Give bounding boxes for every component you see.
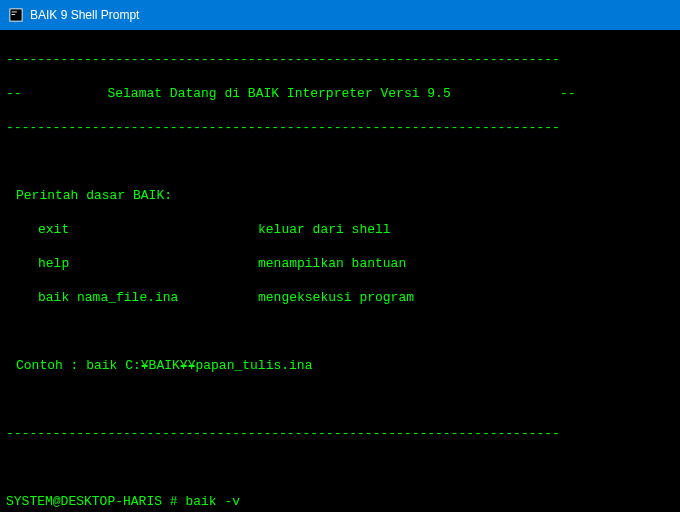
prompt-line-1: SYSTEM@DESKTOP-HARIS # baik -v [6, 493, 674, 510]
blank-line [6, 459, 674, 476]
help-cmd: help [38, 255, 258, 272]
help-cmd-row: exitkeluar dari shell [6, 221, 674, 238]
divider-mid1: ----------------------------------------… [6, 119, 674, 136]
blank-line [6, 391, 674, 408]
help-header: Perintah dasar BAIK: [6, 187, 674, 204]
help-example: Contoh : baik C:¥BAIK¥¥papan_tulis.ina [6, 357, 674, 374]
help-cmd: baik nama_file.ina [38, 289, 258, 306]
terminal-area[interactable]: ----------------------------------------… [0, 30, 680, 512]
window-titlebar[interactable]: BAIK 9 Shell Prompt [0, 0, 680, 30]
blank-line [6, 153, 674, 170]
welcome-suffix: -- [560, 86, 576, 101]
help-cmd-desc: mengeksekusi program [258, 289, 414, 306]
app-icon [8, 7, 24, 23]
svg-rect-1 [12, 12, 17, 13]
welcome-prefix: -- [6, 86, 22, 101]
welcome-text: Selamat Datang di BAIK Interpreter Versi… [107, 86, 450, 101]
help-cmd-row: helpmenampilkan bantuan [6, 255, 674, 272]
help-cmd-desc: menampilkan bantuan [258, 255, 406, 272]
svg-rect-2 [12, 14, 16, 15]
help-cmd-desc: keluar dari shell [258, 221, 391, 238]
window-title: BAIK 9 Shell Prompt [30, 8, 139, 22]
divider-mid2: ----------------------------------------… [6, 425, 674, 442]
welcome-line: -- Selamat Datang di BAIK Interpreter Ve… [6, 85, 674, 102]
blank-line [6, 323, 674, 340]
help-cmd-row: baik nama_file.inamengeksekusi program [6, 289, 674, 306]
help-cmd: exit [38, 221, 258, 238]
divider-top: ----------------------------------------… [6, 51, 674, 68]
